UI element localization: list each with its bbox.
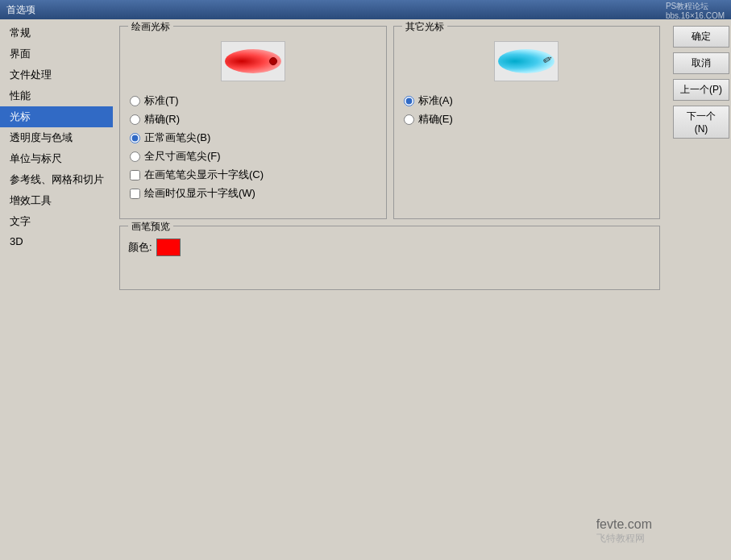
other-radio-group: 标准(A) 精确(E) (401, 93, 654, 127)
sidebar-item-interface[interactable]: 界面 (0, 44, 113, 64)
checkbox-crosshair-c[interactable]: 在画笔笔尖显示十字线(C) (130, 168, 380, 182)
sidebar: 常规 界面 文件处理 性能 光标 透明度与色域 单位与标尺 参考线、网格和切片 … (0, 19, 113, 560)
content-area: 绘画光标 标准(T) 精确(R) 正常画笔尖(B) (113, 19, 667, 560)
sidebar-item-performance[interactable]: 性能 (0, 85, 113, 106)
sidebar-item-general[interactable]: 常规 (0, 23, 113, 44)
drawing-radio-group: 标准(T) 精确(R) 正常画笔尖(B) 全尺寸画笔尖(F) (127, 93, 380, 164)
sidebar-item-cursor[interactable]: 光标 (0, 106, 113, 127)
sidebar-item-plugins[interactable]: 增效工具 (0, 190, 113, 211)
drawing-checkbox-group: 在画笔笔尖显示十字线(C) 绘画时仅显示十字线(W) (127, 168, 380, 201)
drawing-cursor-panel: 绘画光标 标准(T) 精确(R) 正常画笔尖(B) (119, 26, 387, 219)
checkbox-only-crosshair-w[interactable]: 绘画时仅显示十字线(W) (130, 186, 380, 201)
other-cursor-title: 其它光标 (402, 20, 447, 34)
radio-full-size-f-input[interactable] (130, 151, 140, 162)
cancel-button[interactable]: 取消 (673, 52, 729, 74)
titlebar-watermark: PS教程论坛 bbs.16×16.COM (666, 2, 725, 21)
bottom-area: fevte.com 飞特教程网 (119, 297, 660, 554)
drawing-cursor-title: 绘画光标 (128, 20, 173, 34)
right-buttons: 确定 取消 上一个(P) 下一个(N) (667, 19, 731, 560)
radio-precise-e[interactable]: 精确(E) (404, 112, 654, 127)
next-button[interactable]: 下一个(N) (673, 106, 729, 139)
sidebar-item-3d[interactable]: 3D (0, 232, 113, 251)
radio-precise-r[interactable]: 精确(R) (130, 112, 380, 127)
radio-standard-t-input[interactable] (130, 96, 140, 106)
brush-preview-panel: 画笔预览 颜色: (119, 226, 660, 290)
checkbox-crosshair-c-input[interactable] (130, 170, 140, 180)
watermark-site: fevte.com (596, 516, 652, 533)
other-cursor-panel: 其它光标 标准(A) 精确(E) (393, 26, 661, 219)
radio-normal-brush-b[interactable]: 正常画笔尖(B) (130, 131, 380, 145)
color-row: 颜色: (128, 239, 651, 256)
watermark-site-cn: 飞特教程网 (596, 533, 652, 545)
radio-precise-e-input[interactable] (404, 114, 414, 125)
radio-standard-a[interactable]: 标准(A) (404, 93, 654, 108)
sidebar-item-file-handling[interactable]: 文件处理 (0, 64, 113, 85)
window-title: 首选项 (6, 3, 35, 17)
bottom-watermark: fevte.com 飞特教程网 (596, 516, 652, 545)
radio-full-size-f[interactable]: 全尺寸画笔尖(F) (130, 149, 380, 164)
title-bar: 首选项 PS教程论坛 bbs.16×16.COM (0, 0, 731, 19)
confirm-button[interactable]: 确定 (673, 26, 729, 48)
prev-button[interactable]: 上一个(P) (673, 79, 729, 101)
radio-normal-brush-b-input[interactable] (130, 133, 140, 143)
checkbox-only-crosshair-w-input[interactable] (130, 189, 140, 199)
drawing-cursor-preview (221, 41, 285, 81)
sidebar-item-transparency[interactable]: 透明度与色域 (0, 127, 113, 148)
radio-standard-t[interactable]: 标准(T) (130, 93, 380, 108)
other-cursor-preview (494, 41, 559, 81)
sidebar-item-guides[interactable]: 参考线、网格和切片 (0, 169, 113, 190)
radio-precise-r-input[interactable] (130, 114, 140, 125)
main-container: 常规 界面 文件处理 性能 光标 透明度与色域 单位与标尺 参考线、网格和切片 … (0, 19, 731, 560)
brush-stroke-blue (498, 49, 554, 73)
top-panels: 绘画光标 标准(T) 精确(R) 正常画笔尖(B) (119, 26, 660, 219)
sidebar-item-text[interactable]: 文字 (0, 211, 113, 232)
brush-preview-title: 画笔预览 (128, 220, 173, 234)
color-swatch[interactable] (156, 239, 181, 256)
sidebar-item-units[interactable]: 单位与标尺 (0, 148, 113, 169)
color-label: 颜色: (128, 240, 152, 255)
brush-stroke-red (225, 49, 281, 73)
radio-standard-a-input[interactable] (404, 96, 414, 106)
